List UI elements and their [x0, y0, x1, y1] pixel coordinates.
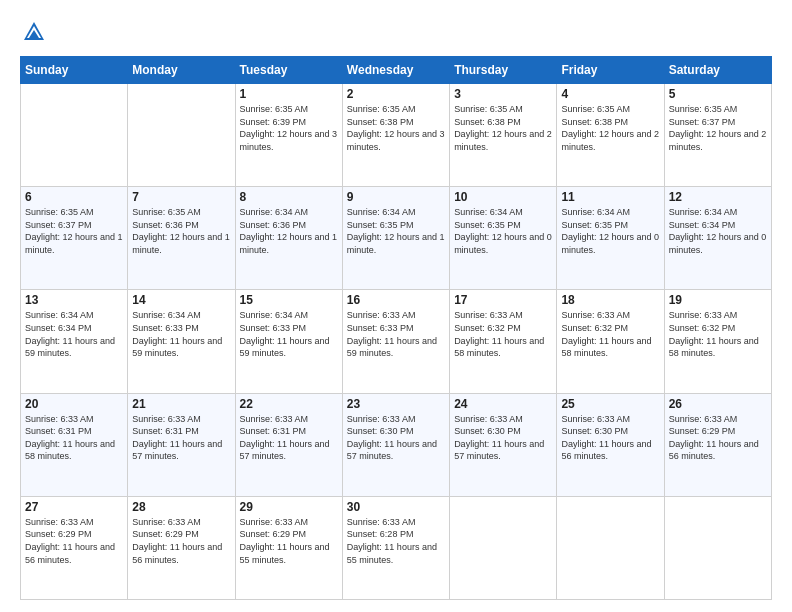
day-info: Sunrise: 6:33 AM Sunset: 6:33 PM Dayligh… — [347, 309, 445, 359]
calendar-cell: 5Sunrise: 6:35 AM Sunset: 6:37 PM Daylig… — [664, 84, 771, 187]
calendar-cell: 13Sunrise: 6:34 AM Sunset: 6:34 PM Dayli… — [21, 290, 128, 393]
calendar-cell: 20Sunrise: 6:33 AM Sunset: 6:31 PM Dayli… — [21, 393, 128, 496]
day-number: 6 — [25, 190, 123, 204]
day-info: Sunrise: 6:33 AM Sunset: 6:32 PM Dayligh… — [669, 309, 767, 359]
day-number: 25 — [561, 397, 659, 411]
calendar-cell — [21, 84, 128, 187]
day-number: 15 — [240, 293, 338, 307]
calendar-cell: 25Sunrise: 6:33 AM Sunset: 6:30 PM Dayli… — [557, 393, 664, 496]
calendar-cell — [128, 84, 235, 187]
calendar-row-4: 20Sunrise: 6:33 AM Sunset: 6:31 PM Dayli… — [21, 393, 772, 496]
day-info: Sunrise: 6:33 AM Sunset: 6:31 PM Dayligh… — [240, 413, 338, 463]
header — [20, 18, 772, 46]
calendar-cell: 29Sunrise: 6:33 AM Sunset: 6:29 PM Dayli… — [235, 496, 342, 599]
day-number: 8 — [240, 190, 338, 204]
calendar-body: 1Sunrise: 6:35 AM Sunset: 6:39 PM Daylig… — [21, 84, 772, 600]
day-number: 7 — [132, 190, 230, 204]
day-number: 16 — [347, 293, 445, 307]
weekday-header-thursday: Thursday — [450, 57, 557, 84]
day-info: Sunrise: 6:33 AM Sunset: 6:32 PM Dayligh… — [561, 309, 659, 359]
calendar-cell: 16Sunrise: 6:33 AM Sunset: 6:33 PM Dayli… — [342, 290, 449, 393]
day-info: Sunrise: 6:33 AM Sunset: 6:29 PM Dayligh… — [25, 516, 123, 566]
day-number: 21 — [132, 397, 230, 411]
day-number: 19 — [669, 293, 767, 307]
day-info: Sunrise: 6:34 AM Sunset: 6:36 PM Dayligh… — [240, 206, 338, 256]
weekday-header-saturday: Saturday — [664, 57, 771, 84]
weekday-header-friday: Friday — [557, 57, 664, 84]
calendar-cell: 23Sunrise: 6:33 AM Sunset: 6:30 PM Dayli… — [342, 393, 449, 496]
day-info: Sunrise: 6:35 AM Sunset: 6:37 PM Dayligh… — [25, 206, 123, 256]
day-info: Sunrise: 6:33 AM Sunset: 6:30 PM Dayligh… — [561, 413, 659, 463]
day-number: 3 — [454, 87, 552, 101]
day-number: 10 — [454, 190, 552, 204]
day-info: Sunrise: 6:33 AM Sunset: 6:31 PM Dayligh… — [132, 413, 230, 463]
day-info: Sunrise: 6:33 AM Sunset: 6:29 PM Dayligh… — [132, 516, 230, 566]
calendar-cell: 22Sunrise: 6:33 AM Sunset: 6:31 PM Dayli… — [235, 393, 342, 496]
day-info: Sunrise: 6:33 AM Sunset: 6:31 PM Dayligh… — [25, 413, 123, 463]
calendar-cell: 11Sunrise: 6:34 AM Sunset: 6:35 PM Dayli… — [557, 187, 664, 290]
calendar-cell: 3Sunrise: 6:35 AM Sunset: 6:38 PM Daylig… — [450, 84, 557, 187]
calendar-row-5: 27Sunrise: 6:33 AM Sunset: 6:29 PM Dayli… — [21, 496, 772, 599]
calendar-cell: 1Sunrise: 6:35 AM Sunset: 6:39 PM Daylig… — [235, 84, 342, 187]
day-number: 1 — [240, 87, 338, 101]
day-info: Sunrise: 6:34 AM Sunset: 6:35 PM Dayligh… — [454, 206, 552, 256]
calendar-cell: 6Sunrise: 6:35 AM Sunset: 6:37 PM Daylig… — [21, 187, 128, 290]
day-number: 30 — [347, 500, 445, 514]
day-info: Sunrise: 6:35 AM Sunset: 6:39 PM Dayligh… — [240, 103, 338, 153]
calendar-cell: 27Sunrise: 6:33 AM Sunset: 6:29 PM Dayli… — [21, 496, 128, 599]
day-info: Sunrise: 6:35 AM Sunset: 6:37 PM Dayligh… — [669, 103, 767, 153]
day-info: Sunrise: 6:35 AM Sunset: 6:38 PM Dayligh… — [561, 103, 659, 153]
calendar-cell: 7Sunrise: 6:35 AM Sunset: 6:36 PM Daylig… — [128, 187, 235, 290]
calendar-cell — [557, 496, 664, 599]
day-info: Sunrise: 6:33 AM Sunset: 6:30 PM Dayligh… — [347, 413, 445, 463]
calendar-cell: 21Sunrise: 6:33 AM Sunset: 6:31 PM Dayli… — [128, 393, 235, 496]
calendar-cell: 18Sunrise: 6:33 AM Sunset: 6:32 PM Dayli… — [557, 290, 664, 393]
day-info: Sunrise: 6:33 AM Sunset: 6:29 PM Dayligh… — [669, 413, 767, 463]
calendar-header-row: SundayMondayTuesdayWednesdayThursdayFrid… — [21, 57, 772, 84]
weekday-header-monday: Monday — [128, 57, 235, 84]
day-info: Sunrise: 6:33 AM Sunset: 6:32 PM Dayligh… — [454, 309, 552, 359]
logo — [20, 18, 52, 46]
day-info: Sunrise: 6:33 AM Sunset: 6:28 PM Dayligh… — [347, 516, 445, 566]
calendar-cell: 30Sunrise: 6:33 AM Sunset: 6:28 PM Dayli… — [342, 496, 449, 599]
calendar-cell: 8Sunrise: 6:34 AM Sunset: 6:36 PM Daylig… — [235, 187, 342, 290]
day-number: 12 — [669, 190, 767, 204]
calendar-cell: 9Sunrise: 6:34 AM Sunset: 6:35 PM Daylig… — [342, 187, 449, 290]
day-number: 5 — [669, 87, 767, 101]
day-number: 29 — [240, 500, 338, 514]
calendar-row-3: 13Sunrise: 6:34 AM Sunset: 6:34 PM Dayli… — [21, 290, 772, 393]
day-number: 22 — [240, 397, 338, 411]
calendar-cell: 17Sunrise: 6:33 AM Sunset: 6:32 PM Dayli… — [450, 290, 557, 393]
day-info: Sunrise: 6:34 AM Sunset: 6:34 PM Dayligh… — [25, 309, 123, 359]
day-info: Sunrise: 6:34 AM Sunset: 6:35 PM Dayligh… — [347, 206, 445, 256]
day-info: Sunrise: 6:35 AM Sunset: 6:38 PM Dayligh… — [454, 103, 552, 153]
weekday-header-wednesday: Wednesday — [342, 57, 449, 84]
day-number: 26 — [669, 397, 767, 411]
day-info: Sunrise: 6:34 AM Sunset: 6:33 PM Dayligh… — [240, 309, 338, 359]
logo-icon — [20, 18, 48, 46]
calendar-cell: 28Sunrise: 6:33 AM Sunset: 6:29 PM Dayli… — [128, 496, 235, 599]
weekday-header-sunday: Sunday — [21, 57, 128, 84]
day-info: Sunrise: 6:35 AM Sunset: 6:38 PM Dayligh… — [347, 103, 445, 153]
calendar-cell — [664, 496, 771, 599]
day-number: 23 — [347, 397, 445, 411]
day-number: 24 — [454, 397, 552, 411]
day-info: Sunrise: 6:34 AM Sunset: 6:33 PM Dayligh… — [132, 309, 230, 359]
calendar-cell: 14Sunrise: 6:34 AM Sunset: 6:33 PM Dayli… — [128, 290, 235, 393]
page: SundayMondayTuesdayWednesdayThursdayFrid… — [0, 0, 792, 612]
day-number: 20 — [25, 397, 123, 411]
day-number: 2 — [347, 87, 445, 101]
calendar-cell: 15Sunrise: 6:34 AM Sunset: 6:33 PM Dayli… — [235, 290, 342, 393]
day-number: 4 — [561, 87, 659, 101]
calendar-table: SundayMondayTuesdayWednesdayThursdayFrid… — [20, 56, 772, 600]
calendar-row-2: 6Sunrise: 6:35 AM Sunset: 6:37 PM Daylig… — [21, 187, 772, 290]
calendar-cell: 10Sunrise: 6:34 AM Sunset: 6:35 PM Dayli… — [450, 187, 557, 290]
day-info: Sunrise: 6:35 AM Sunset: 6:36 PM Dayligh… — [132, 206, 230, 256]
calendar-cell: 4Sunrise: 6:35 AM Sunset: 6:38 PM Daylig… — [557, 84, 664, 187]
calendar-row-1: 1Sunrise: 6:35 AM Sunset: 6:39 PM Daylig… — [21, 84, 772, 187]
day-info: Sunrise: 6:33 AM Sunset: 6:30 PM Dayligh… — [454, 413, 552, 463]
day-number: 14 — [132, 293, 230, 307]
calendar-cell: 26Sunrise: 6:33 AM Sunset: 6:29 PM Dayli… — [664, 393, 771, 496]
calendar-cell — [450, 496, 557, 599]
calendar-cell: 12Sunrise: 6:34 AM Sunset: 6:34 PM Dayli… — [664, 187, 771, 290]
